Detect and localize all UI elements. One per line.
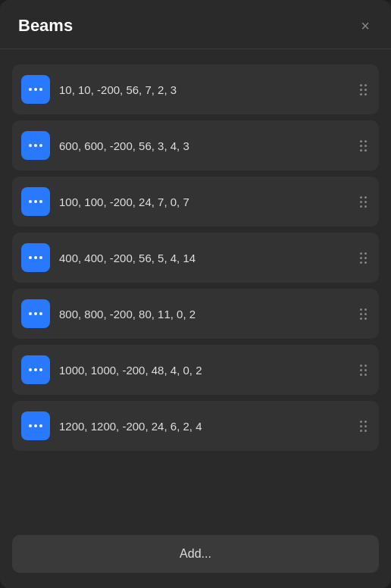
drag-dot	[360, 205, 362, 208]
drag-dot	[364, 149, 367, 152]
drag-dot	[364, 145, 367, 147]
drag-handle[interactable]	[357, 137, 370, 155]
drag-dot	[364, 89, 367, 91]
drag-dot	[360, 369, 362, 371]
drag-handle-row-bottom	[360, 149, 367, 152]
panel-title: Beams	[18, 16, 73, 36]
dots-icon	[29, 200, 42, 203]
drag-dot	[364, 430, 367, 432]
drag-dot	[360, 261, 362, 264]
header-divider	[0, 48, 391, 49]
item-text: 400, 400, -200, 56, 5, 4, 14	[59, 252, 348, 264]
drag-handle-row-middle	[360, 369, 367, 371]
list-item: 10, 10, -200, 56, 7, 2, 3	[12, 64, 379, 114]
drag-dot	[360, 93, 362, 95]
drag-dot	[360, 145, 362, 147]
drag-dot	[360, 317, 362, 320]
drag-handle-row-top	[360, 84, 367, 86]
drag-dot	[364, 425, 367, 427]
dots-icon	[29, 256, 42, 259]
drag-dot	[360, 425, 362, 427]
drag-handle-row-bottom	[360, 374, 367, 376]
beams-panel: Beams × 10, 10, -200, 56, 7, 2, 3	[0, 0, 391, 588]
drag-dot	[364, 374, 367, 376]
drag-dot	[364, 93, 367, 95]
drag-handle-row-middle	[360, 89, 367, 91]
dots-icon	[29, 88, 42, 91]
drag-dot	[364, 84, 367, 86]
drag-dot	[364, 261, 367, 264]
drag-handle-row-bottom	[360, 93, 367, 95]
drag-handle-row-top	[360, 364, 367, 367]
drag-handle[interactable]	[357, 361, 370, 379]
drag-dot	[364, 252, 367, 255]
list-item: 800, 800, -200, 80, 11, 0, 2	[12, 289, 379, 339]
drag-handle[interactable]	[357, 305, 370, 323]
drag-handle[interactable]	[357, 193, 370, 211]
drag-handle-row-top	[360, 252, 367, 255]
drag-dot	[360, 257, 362, 259]
drag-dot	[364, 313, 367, 315]
drag-handle-row-bottom	[360, 317, 367, 320]
drag-dot	[360, 89, 362, 91]
panel-header: Beams ×	[0, 0, 391, 48]
drag-dot	[360, 140, 362, 142]
drag-dot	[364, 364, 367, 367]
list-item: 1200, 1200, -200, 24, 6, 2, 4	[12, 401, 379, 451]
drag-dot	[364, 201, 367, 203]
add-button[interactable]: Add...	[12, 535, 379, 573]
drag-handle-row-bottom	[360, 205, 367, 208]
drag-handle[interactable]	[357, 418, 370, 435]
list-item: 400, 400, -200, 56, 5, 4, 14	[12, 233, 379, 283]
drag-handle-row-middle	[360, 257, 367, 259]
item-text: 10, 10, -200, 56, 7, 2, 3	[59, 83, 348, 96]
drag-dot	[364, 317, 367, 320]
drag-dot	[360, 374, 362, 376]
list-item: 100, 100, -200, 24, 7, 0, 7	[12, 177, 379, 227]
dots-icon	[29, 368, 42, 371]
drag-handle[interactable]	[357, 81, 370, 99]
item-menu-button[interactable]	[21, 411, 50, 440]
drag-dot	[364, 196, 367, 199]
item-text: 1000, 1000, -200, 48, 4, 0, 2	[59, 364, 348, 377]
item-menu-button[interactable]	[21, 187, 50, 216]
drag-dot	[360, 252, 362, 255]
drag-dot	[364, 205, 367, 208]
item-text: 600, 600, -200, 56, 3, 4, 3	[59, 139, 348, 152]
drag-handle-row-middle	[360, 201, 367, 203]
drag-dot	[360, 84, 362, 86]
item-menu-button[interactable]	[21, 299, 50, 328]
drag-dot	[360, 313, 362, 315]
item-text: 1200, 1200, -200, 24, 6, 2, 4	[59, 420, 348, 433]
item-menu-button[interactable]	[21, 75, 50, 104]
drag-dot	[364, 257, 367, 259]
drag-dot	[360, 364, 362, 367]
panel-footer: Add...	[0, 526, 391, 588]
item-menu-button[interactable]	[21, 355, 50, 384]
dots-icon	[29, 424, 42, 427]
item-menu-button[interactable]	[21, 243, 50, 272]
close-button[interactable]: ×	[355, 15, 376, 36]
drag-dot	[360, 308, 362, 311]
item-menu-button[interactable]	[21, 131, 50, 160]
drag-dot	[360, 421, 362, 423]
drag-dot	[364, 140, 367, 142]
drag-handle-row-bottom	[360, 261, 367, 264]
drag-dot	[364, 421, 367, 423]
list-item: 600, 600, -200, 56, 3, 4, 3	[12, 120, 379, 170]
drag-dot	[364, 369, 367, 371]
drag-dot	[360, 149, 362, 152]
item-text: 800, 800, -200, 80, 11, 0, 2	[59, 308, 348, 321]
dots-icon	[29, 144, 42, 147]
drag-dot	[360, 430, 362, 432]
drag-dot	[364, 308, 367, 311]
drag-dot	[360, 196, 362, 199]
list-item: 1000, 1000, -200, 48, 4, 0, 2	[12, 345, 379, 395]
drag-handle[interactable]	[357, 249, 370, 267]
drag-handle-row-top	[360, 196, 367, 199]
beams-list: 10, 10, -200, 56, 7, 2, 3	[0, 58, 391, 526]
drag-handle-row-middle	[360, 145, 367, 147]
item-text: 100, 100, -200, 24, 7, 0, 7	[59, 195, 348, 208]
drag-handle-row-top	[360, 140, 367, 142]
drag-handle-row-middle	[360, 425, 367, 427]
